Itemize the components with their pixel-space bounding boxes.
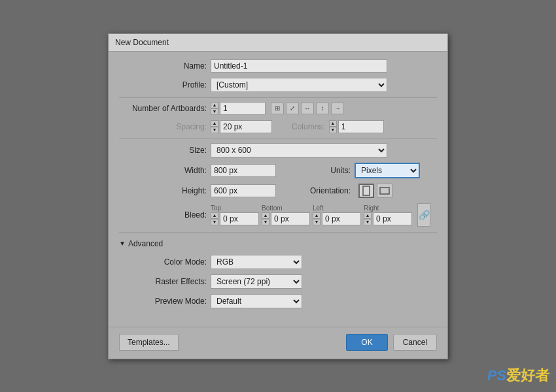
advanced-toggle[interactable]: ▼ Advanced [119, 237, 437, 251]
width-input[interactable] [211, 164, 276, 177]
bleed-left-down[interactable]: ▼ [313, 219, 321, 225]
name-row: Name: [119, 59, 437, 73]
color-mode-label: Color Mode: [119, 257, 211, 267]
preview-mode-row: Preview Mode: Default Pixel Overprint [119, 294, 437, 308]
color-mode-select[interactable]: RGB CMYK Grayscale [211, 255, 302, 269]
artboards-input[interactable] [220, 102, 266, 115]
size-label: Size: [119, 146, 211, 155]
bleed-link-button[interactable]: 🔗 [417, 203, 430, 227]
bleed-right-up[interactable]: ▲ [364, 212, 372, 219]
orientation-buttons [358, 184, 392, 198]
bleed-section: Bleed: Top ▲ ▼ Bottom [119, 203, 437, 227]
bleed-right-down[interactable]: ▼ [364, 219, 372, 225]
bleed-top-up[interactable]: ▲ [211, 212, 218, 219]
name-label: Name: [119, 61, 211, 71]
profile-select[interactable]: [Custom] Print Web Mobile [211, 78, 387, 92]
svg-rect-0 [363, 186, 370, 195]
bleed-top-arrows: ▲ ▼ [211, 212, 218, 225]
columns-spinner: ▲ ▼ [329, 120, 384, 133]
arrange-top-icon[interactable]: ↕ [316, 103, 329, 114]
bleed-bottom-up[interactable]: ▲ [262, 212, 269, 219]
height-orientation-row: Height: Orientation: [119, 184, 437, 198]
bleed-left-group: Left ▲ ▼ [313, 204, 361, 225]
columns-label: Columns: [292, 122, 325, 131]
height-label: Height: [119, 186, 211, 195]
artboards-spinner: ▲ ▼ [211, 102, 266, 115]
bleed-top-label: Top [211, 204, 221, 212]
spacing-spin-arrows: ▲ ▼ [211, 120, 218, 133]
bleed-left-arrows: ▲ ▼ [313, 212, 321, 225]
spacing-input[interactable] [220, 120, 272, 133]
spacing-spin-up[interactable]: ▲ [211, 120, 218, 127]
cancel-button[interactable]: Cancel [393, 334, 437, 351]
dialog-title: New Document [109, 34, 447, 52]
artboards-row: Number of Artboards: ▲ ▼ ⊞ ⤢ ↔ ↕ → [119, 102, 437, 115]
profile-label: Profile: [119, 80, 211, 90]
artboards-label: Number of Artboards: [119, 104, 211, 113]
raster-effects-label: Raster Effects: [119, 277, 211, 286]
columns-spin-arrows: ▲ ▼ [329, 120, 337, 133]
spacing-row: Spacing: ▲ ▼ Columns: ▲ ▼ [119, 120, 437, 133]
bleed-fields: Top ▲ ▼ Bottom ▲ ▼ [211, 203, 437, 227]
profile-row: Profile: [Custom] Print Web Mobile [119, 78, 437, 92]
bleed-right-label: Right [364, 204, 379, 212]
new-document-dialog: New Document Name: Profile: [Custom] Pri… [108, 33, 448, 359]
size-select[interactable]: 800 x 600 1920 x 1080 1280 x 720 Custom [211, 143, 387, 157]
bleed-bottom-group: Bottom ▲ ▼ [262, 204, 310, 225]
bleed-left-label: Left [313, 204, 324, 212]
size-row: Size: 800 x 600 1920 x 1080 1280 x 720 C… [119, 143, 437, 157]
artboards-spin-up[interactable]: ▲ [211, 102, 218, 108]
units-select[interactable]: Pixels Inches Centimeters Millimeters Po… [355, 163, 420, 178]
spacing-spinner: ▲ ▼ [211, 120, 272, 133]
bleed-right-group: Right ▲ ▼ [364, 204, 412, 225]
bleed-bottom-label: Bottom [262, 204, 283, 212]
bleed-bottom-input[interactable] [271, 212, 310, 225]
columns-input[interactable] [338, 120, 384, 133]
advanced-content: Color Mode: RGB CMYK Grayscale Raster Ef… [119, 255, 437, 308]
watermark: PS爱好者 [487, 366, 549, 385]
dialog-footer: Templates... OK Cancel [109, 327, 447, 359]
spacing-label: Spacing: [119, 122, 211, 131]
advanced-triangle-icon: ▼ [119, 240, 126, 247]
artboards-spin-down[interactable]: ▼ [211, 108, 218, 115]
height-input[interactable] [211, 184, 276, 197]
preview-mode-select[interactable]: Default Pixel Overprint [211, 294, 302, 308]
bleed-top-input[interactable] [220, 212, 259, 225]
width-units-row: Width: Units: Pixels Inches Centimeters … [119, 163, 437, 178]
ok-button[interactable]: OK [346, 334, 387, 351]
arrange-grid-icon[interactable]: ⊞ [271, 103, 284, 114]
arrange-left-icon[interactable]: ↔ [301, 103, 314, 114]
bleed-top-down[interactable]: ▼ [211, 219, 218, 225]
templates-button[interactable]: Templates... [119, 334, 179, 351]
bleed-right-input[interactable] [373, 212, 412, 225]
arrange-fit-icon[interactable]: ⤢ [286, 103, 299, 114]
columns-spin-down[interactable]: ▼ [329, 127, 337, 133]
spacing-spin-down[interactable]: ▼ [211, 127, 218, 133]
orientation-label: Orientation: [302, 186, 355, 195]
portrait-button[interactable] [358, 184, 374, 198]
raster-effects-select[interactable]: Screen (72 ppi) Medium (150 ppi) High (3… [211, 274, 302, 289]
svg-rect-1 [380, 188, 389, 194]
bleed-bottom-down[interactable]: ▼ [262, 219, 269, 225]
bleed-label: Bleed: [119, 210, 211, 220]
raster-effects-row: Raster Effects: Screen (72 ppi) Medium (… [119, 274, 437, 289]
artboards-spin-arrows: ▲ ▼ [211, 102, 218, 115]
preview-mode-label: Preview Mode: [119, 297, 211, 306]
bleed-bottom-arrows: ▲ ▼ [262, 212, 269, 225]
width-label: Width: [119, 166, 211, 175]
units-label: Units: [302, 166, 355, 175]
artboard-icons: ⊞ ⤢ ↔ ↕ → [271, 103, 344, 114]
advanced-label: Advanced [128, 239, 163, 248]
bleed-top-group: Top ▲ ▼ [211, 204, 259, 225]
name-input[interactable] [211, 59, 387, 73]
columns-spin-up[interactable]: ▲ [329, 120, 337, 127]
bleed-right-arrows: ▲ ▼ [364, 212, 372, 225]
color-mode-row: Color Mode: RGB CMYK Grayscale [119, 255, 437, 269]
arrange-arrow-icon[interactable]: → [331, 103, 344, 114]
bleed-left-input[interactable] [322, 212, 361, 225]
bleed-left-up[interactable]: ▲ [313, 212, 321, 219]
landscape-button[interactable] [377, 184, 392, 198]
footer-buttons: OK Cancel [346, 334, 437, 351]
